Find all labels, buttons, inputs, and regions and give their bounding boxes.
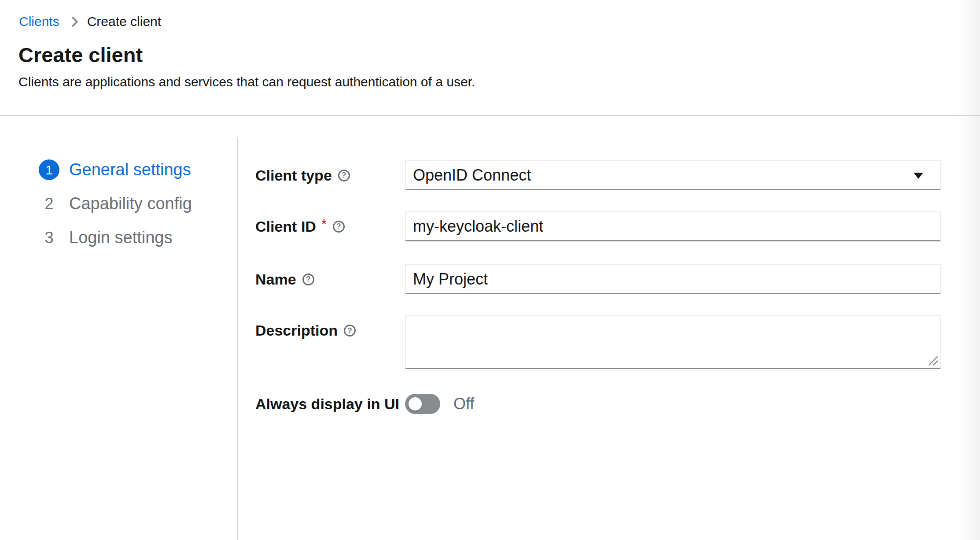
toggle-knob: [409, 397, 422, 411]
wizard-nav: 1 General settings 2 Capability config 3…: [0, 138, 238, 540]
always-display-switch-row: Off: [405, 394, 941, 414]
client-type-label: Client type ?: [255, 167, 405, 184]
form-row-name: Name ?: [255, 264, 941, 294]
header-divider: [0, 115, 980, 116]
description-label-text: Description: [255, 322, 338, 339]
client-type-selected-value: OpenID Connect: [413, 166, 531, 185]
form-row-client-type: Client type ? OpenID Connect: [255, 160, 941, 190]
name-label-text: Name: [255, 271, 296, 288]
client-id-input[interactable]: [405, 211, 941, 241]
description-textarea[interactable]: [405, 315, 941, 369]
step-label: Login settings: [69, 228, 173, 247]
help-icon[interactable]: ?: [333, 221, 345, 233]
step-label: General settings: [69, 160, 191, 179]
toggle-state-label: Off: [453, 395, 474, 413]
resize-handle-icon[interactable]: [927, 355, 939, 366]
page-subtitle: Clients are applications and services th…: [18, 73, 475, 91]
form-row-always-display: Always display in UI ? Off: [255, 394, 941, 414]
wizard-step-capability-config[interactable]: 2 Capability config: [39, 187, 237, 221]
always-display-label: Always display in UI ?: [255, 396, 431, 413]
caret-down-icon: [914, 173, 923, 179]
create-client-page: Clients Create client Create client Clie…: [0, 0, 980, 540]
wizard-step-general-settings[interactable]: 1 General settings: [39, 153, 237, 187]
step-number: 3: [39, 227, 59, 248]
name-input[interactable]: [405, 264, 941, 294]
client-id-label-text: Client ID: [255, 218, 316, 235]
breadcrumb-current: Create client: [87, 13, 161, 30]
right-edge-fade: [956, 0, 980, 540]
description-label: Description ?: [255, 322, 405, 339]
always-display-toggle[interactable]: [405, 394, 440, 414]
required-asterisk: *: [321, 216, 327, 231]
step-number-badge: 1: [39, 159, 59, 180]
help-icon[interactable]: ?: [302, 274, 314, 285]
client-id-label: Client ID * ?: [255, 218, 405, 235]
form-row-description: Description ?: [255, 315, 941, 369]
always-display-label-text: Always display in UI: [255, 396, 399, 413]
wizard-step-login-settings[interactable]: 3 Login settings: [39, 221, 237, 255]
form-row-client-id: Client ID * ?: [255, 211, 941, 241]
help-icon[interactable]: ?: [344, 325, 356, 337]
step-number: 2: [39, 193, 59, 214]
breadcrumb: Clients Create client: [19, 13, 161, 30]
chevron-right-icon: [67, 16, 78, 27]
breadcrumb-link-clients[interactable]: Clients: [19, 13, 59, 30]
wizard-steps: 1 General settings 2 Capability config 3…: [39, 153, 237, 255]
client-type-label-text: Client type: [255, 167, 332, 184]
client-type-select[interactable]: OpenID Connect: [405, 160, 941, 190]
name-label: Name ?: [255, 271, 405, 288]
step-label: Capability config: [69, 194, 192, 213]
page-title: Create client: [18, 42, 143, 68]
help-icon[interactable]: ?: [338, 170, 350, 181]
